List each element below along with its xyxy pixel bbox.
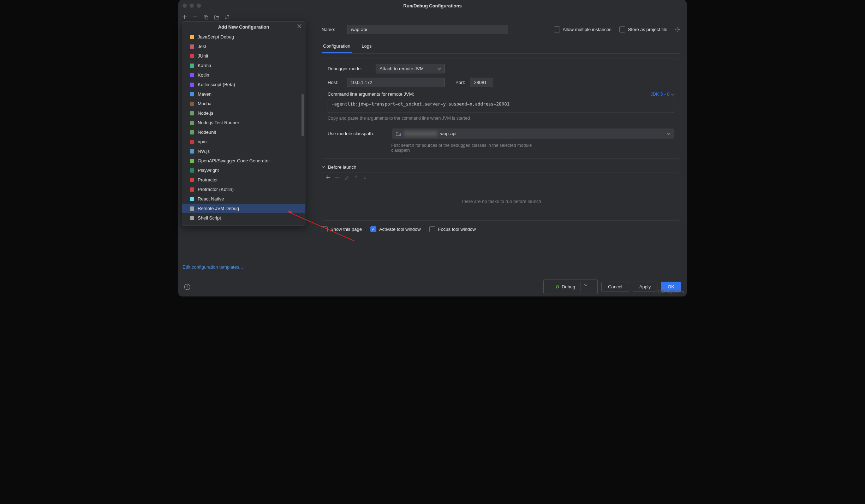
config-type-item[interactable]: TestNG — [182, 223, 305, 226]
svg-rect-2 — [190, 35, 194, 39]
config-type-item[interactable]: Maven — [182, 89, 305, 99]
config-type-label: Remote JVM Debug — [198, 206, 239, 211]
task-add-icon[interactable] — [326, 175, 330, 180]
task-edit-icon — [345, 175, 349, 180]
config-type-item[interactable]: Karma — [182, 61, 305, 70]
module-hint: First search for sources of the debugged… — [391, 143, 547, 153]
config-type-item[interactable]: Nodeunit — [182, 127, 305, 137]
help-icon[interactable]: ? — [184, 284, 190, 290]
scrollbar[interactable] — [302, 94, 304, 136]
module-prefix-obscured — [404, 131, 437, 136]
host-field[interactable] — [347, 78, 445, 87]
svg-rect-18 — [190, 187, 194, 192]
module-classpath-select[interactable]: wap-api — [392, 128, 674, 139]
config-type-item[interactable]: Kotlin — [182, 70, 305, 80]
config-type-label: Protractor (Kotlin) — [198, 187, 234, 192]
allow-multiple-checkbox[interactable]: Allow multiple instances — [554, 26, 612, 32]
config-type-icon — [189, 139, 195, 145]
config-type-icon — [189, 82, 195, 88]
config-type-icon — [189, 44, 195, 49]
add-icon[interactable] — [182, 14, 187, 20]
config-type-item[interactable]: Mocha — [182, 99, 305, 108]
svg-rect-8 — [190, 92, 194, 96]
remove-icon[interactable] — [192, 14, 198, 20]
svg-rect-11 — [190, 121, 194, 125]
svg-rect-10 — [190, 111, 194, 115]
cmdline-label: Command line arguments for remote JVM: — [328, 91, 414, 97]
sort-icon[interactable] — [224, 14, 230, 20]
port-label: Port: — [455, 80, 465, 85]
focus-tool-window-checkbox[interactable]: Focus tool window — [429, 226, 476, 232]
config-type-item[interactable]: React Native — [182, 194, 305, 204]
config-type-icon — [189, 215, 195, 221]
activate-tool-window-checkbox[interactable]: ✓Activate tool window — [370, 226, 421, 232]
config-type-item[interactable]: JavaScript Debug — [182, 32, 305, 42]
config-type-label: npm — [198, 139, 207, 144]
config-type-icon — [189, 34, 195, 40]
config-type-item[interactable]: Jest — [182, 42, 305, 51]
copy-icon[interactable] — [203, 14, 209, 20]
jdk-version-select[interactable]: JDK 5 - 8 — [650, 91, 674, 97]
svg-rect-19 — [190, 197, 194, 201]
config-type-label: Node.js — [198, 110, 213, 116]
cmdline-arguments[interactable]: -agentlib:jdwp=transport=dt_socket,serve… — [328, 99, 674, 113]
apply-button[interactable]: Apply — [633, 282, 658, 292]
config-type-icon — [189, 149, 195, 154]
debugger-mode-label: Debugger mode: — [328, 66, 371, 71]
config-type-item[interactable]: Node.js Test Runner — [182, 118, 305, 127]
config-type-label: JUnit — [198, 53, 208, 59]
add-config-popup: Add New Configuration JavaScript DebugJe… — [182, 21, 305, 226]
config-type-item[interactable]: Kotlin script (Beta) — [182, 80, 305, 89]
config-type-item[interactable]: Shell Script — [182, 213, 305, 223]
debugger-mode-select[interactable]: Attach to remote JVM — [376, 64, 445, 73]
tab-configuration[interactable]: Configuration — [322, 41, 352, 53]
config-type-label: Protractor — [198, 177, 218, 182]
config-type-item[interactable]: JUnit — [182, 51, 305, 61]
config-type-icon — [189, 187, 195, 192]
config-type-item[interactable]: Protractor (Kotlin) — [182, 185, 305, 194]
config-type-item[interactable]: OpenAPI/Swagger Code Generator — [182, 156, 305, 166]
close-icon[interactable] — [297, 24, 302, 28]
config-type-icon — [189, 72, 195, 78]
config-type-icon — [189, 53, 195, 59]
port-field[interactable] — [470, 78, 493, 87]
config-type-label: React Native — [198, 196, 224, 202]
debug-button[interactable]: Debug — [543, 280, 598, 294]
config-type-item[interactable]: Remote JVM Debug — [182, 204, 305, 213]
svg-rect-21 — [190, 216, 194, 220]
svg-rect-15 — [190, 159, 194, 163]
gear-icon[interactable] — [675, 27, 680, 32]
svg-rect-9 — [190, 102, 194, 106]
config-type-label: Maven — [198, 91, 211, 97]
cancel-button[interactable]: Cancel — [601, 282, 629, 292]
config-type-item[interactable]: NW.js — [182, 146, 305, 156]
edit-templates-link[interactable]: Edit configuration templates... — [183, 264, 243, 270]
before-launch-header[interactable]: Before launch — [322, 164, 680, 170]
config-type-item[interactable]: Node.js — [182, 108, 305, 118]
config-type-item[interactable]: Playwright — [182, 166, 305, 175]
config-type-label: Kotlin script (Beta) — [198, 82, 235, 87]
config-type-icon — [189, 91, 195, 97]
config-type-label: Node.js Test Runner — [198, 120, 239, 125]
svg-rect-5 — [190, 64, 194, 68]
config-type-label: OpenAPI/Swagger Code Generator — [198, 158, 270, 163]
show-this-page-checkbox[interactable]: Show this page — [322, 226, 362, 232]
svg-rect-7 — [190, 83, 194, 87]
store-as-project-checkbox[interactable]: Store as project file — [619, 26, 667, 32]
name-field[interactable] — [347, 25, 508, 34]
svg-point-29 — [556, 286, 558, 288]
svg-rect-16 — [190, 168, 194, 173]
config-type-item[interactable]: npm — [182, 137, 305, 146]
host-label: Host: — [328, 80, 342, 85]
config-type-label: JavaScript Debug — [198, 34, 234, 40]
folder-icon[interactable] — [214, 14, 219, 20]
config-type-list[interactable]: JavaScript DebugJestJUnitKarmaKotlinKotl… — [182, 32, 305, 226]
svg-text:?: ? — [186, 285, 188, 289]
config-type-label: TestNG — [198, 225, 213, 226]
config-type-label: Kotlin — [198, 72, 209, 78]
config-type-item[interactable]: Protractor — [182, 175, 305, 185]
popup-title: Add New Configuration — [182, 22, 305, 32]
task-down-icon — [363, 175, 367, 180]
tab-logs[interactable]: Logs — [360, 41, 373, 53]
before-launch-tasks: There are no tasks to run before launch — [322, 182, 680, 221]
